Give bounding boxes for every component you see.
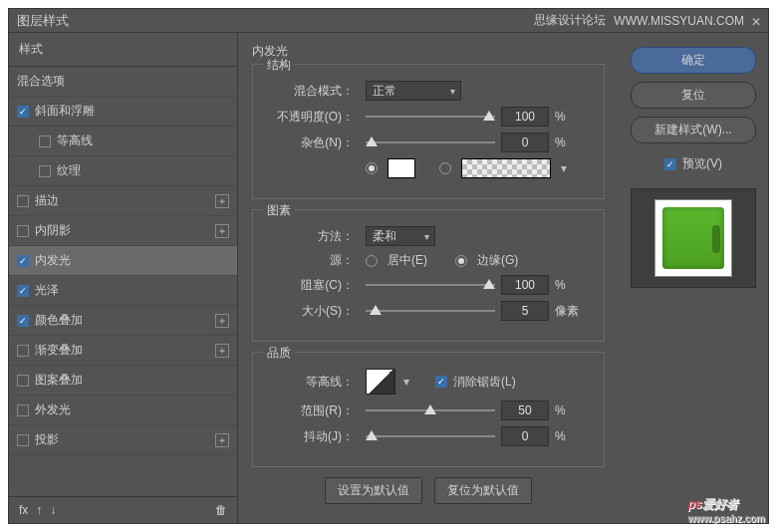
chevron-down-icon[interactable]: ▾	[403, 375, 409, 389]
size-input[interactable]	[501, 301, 549, 321]
preview-box	[631, 188, 756, 288]
gradient-radio[interactable]	[439, 162, 451, 174]
percent-unit: %	[555, 135, 585, 149]
sidebar-item[interactable]: 纹理	[9, 156, 237, 186]
sidebar-item-label: 内发光	[35, 252, 71, 269]
sidebar-item-label: 投影	[35, 431, 59, 448]
opacity-slider[interactable]	[366, 110, 495, 124]
source-center-radio[interactable]	[366, 255, 378, 267]
plus-icon[interactable]: ＋	[215, 433, 229, 447]
choke-input[interactable]	[501, 275, 549, 295]
watermark: ps爱好者 www.psahz.com	[688, 492, 765, 524]
jitter-label: 抖动(J)：	[265, 428, 360, 445]
sidebar-item[interactable]: 描边＋	[9, 186, 237, 216]
antialias-checkbox[interactable]: ✓	[435, 376, 447, 388]
reset-button[interactable]: 复位	[631, 82, 756, 109]
percent-unit: %	[555, 278, 585, 292]
sidebar-item-label: 内阴影	[35, 222, 71, 239]
sidebar-item[interactable]: 投影＋	[9, 425, 237, 455]
plus-icon[interactable]: ＋	[215, 344, 229, 358]
color-radio[interactable]	[366, 162, 378, 174]
sidebar-item-label: 纹理	[57, 162, 81, 179]
jitter-slider[interactable]	[366, 429, 495, 443]
sidebar-item[interactable]: ✓内发光	[9, 246, 237, 276]
dialog-body: 样式 混合选项 ✓斜面和浮雕等高线纹理描边＋内阴影＋✓内发光✓光泽✓颜色叠加＋渐…	[9, 33, 768, 523]
checkbox-icon[interactable]	[17, 195, 29, 207]
plus-icon[interactable]: ＋	[215, 314, 229, 328]
checkbox-icon[interactable]: ✓	[17, 285, 29, 297]
watermark-url: WWW.MISSYUAN.COM	[614, 14, 744, 28]
noise-slider[interactable]	[366, 135, 495, 149]
percent-unit: %	[555, 110, 585, 124]
sidebar-item[interactable]: 内阴影＋	[9, 216, 237, 246]
checkbox-icon[interactable]	[17, 404, 29, 416]
checkbox-icon[interactable]	[17, 434, 29, 446]
default-buttons: 设置为默认值 复位为默认值	[252, 477, 605, 504]
new-style-button[interactable]: 新建样式(W)...	[631, 117, 756, 143]
checkbox-icon[interactable]: ✓	[17, 315, 29, 327]
contour-picker[interactable]	[366, 369, 395, 395]
checkbox-icon[interactable]	[39, 165, 51, 177]
blend-mode-combo[interactable]: 正常	[366, 81, 461, 101]
plus-icon[interactable]: ＋	[215, 194, 229, 208]
sidebar-item[interactable]: 渐变叠加＋	[9, 336, 237, 366]
gradient-swatch[interactable]	[461, 158, 551, 178]
source-edge-label: 边缘(G)	[477, 252, 518, 269]
group-structure: 结构 混合模式： 正常 不透明度(O)： % 杂色(N)： %	[252, 64, 605, 199]
watermark-site: 思缘设计论坛	[534, 12, 606, 29]
make-default-button[interactable]: 设置为默认值	[325, 477, 422, 504]
range-input[interactable]	[501, 400, 549, 420]
sidebar-item-label: 光泽	[35, 282, 59, 299]
arrow-up-icon[interactable]: ↑	[36, 503, 42, 517]
source-label: 源：	[265, 252, 360, 269]
sidebar-header: 样式	[9, 33, 237, 67]
checkbox-icon[interactable]	[39, 135, 51, 147]
range-label: 范围(R)：	[265, 402, 360, 419]
dialog-title: 图层样式	[17, 12, 69, 30]
color-swatch[interactable]	[388, 158, 415, 178]
noise-input[interactable]	[501, 133, 549, 152]
close-icon[interactable]: ⨉	[752, 12, 760, 29]
checkbox-icon[interactable]	[17, 225, 29, 237]
sidebar-item[interactable]: 图案叠加	[9, 366, 237, 396]
sidebar: 样式 混合选项 ✓斜面和浮雕等高线纹理描边＋内阴影＋✓内发光✓光泽✓颜色叠加＋渐…	[9, 33, 238, 523]
plus-icon[interactable]: ＋	[215, 224, 229, 238]
titlebar-right: 思缘设计论坛 WWW.MISSYUAN.COM ⨉	[534, 12, 760, 29]
chevron-down-icon[interactable]: ▾	[561, 161, 567, 175]
sidebar-item[interactable]: 等高线	[9, 127, 237, 156]
ok-button[interactable]: 确定	[631, 47, 756, 74]
group-quality: 品质 等高线： ▾ ✓ 消除锯齿(L) 范围(R)： % 抖动(J)：	[252, 352, 605, 467]
preview-image	[654, 199, 732, 277]
trash-icon[interactable]: 🗑	[215, 503, 227, 517]
sidebar-item[interactable]: ✓颜色叠加＋	[9, 306, 237, 336]
preview-row: ✓ 预览(V)	[631, 155, 756, 172]
sidebar-item[interactable]: 外发光	[9, 396, 237, 425]
fx-icon[interactable]: fx	[19, 503, 28, 517]
jitter-input[interactable]	[501, 426, 549, 446]
arrow-down-icon[interactable]: ↓	[50, 503, 56, 517]
checkbox-icon[interactable]	[17, 375, 29, 387]
reset-default-button[interactable]: 复位为默认值	[434, 477, 532, 504]
checkbox-icon[interactable]: ✓	[17, 106, 29, 118]
sidebar-blend-options[interactable]: 混合选项	[9, 67, 237, 97]
preview-checkbox[interactable]: ✓	[664, 158, 676, 170]
sidebar-item-label: 渐变叠加	[35, 342, 83, 359]
sidebar-item[interactable]: ✓斜面和浮雕	[9, 97, 237, 127]
percent-unit: %	[555, 429, 585, 443]
method-combo[interactable]: 柔和	[366, 226, 435, 246]
sidebar-item[interactable]: ✓光泽	[9, 276, 237, 306]
noise-label: 杂色(N)：	[265, 134, 360, 151]
choke-slider[interactable]	[366, 278, 495, 292]
range-slider[interactable]	[366, 403, 495, 417]
checkbox-icon[interactable]: ✓	[17, 255, 29, 267]
group-structure-title: 结构	[263, 57, 295, 74]
pixels-unit: 像素	[555, 303, 585, 320]
blend-mode-label: 混合模式：	[265, 83, 360, 100]
source-edge-radio[interactable]	[455, 255, 467, 267]
contour-label: 等高线：	[265, 374, 360, 391]
size-label: 大小(S)：	[265, 303, 360, 320]
checkbox-icon[interactable]	[17, 345, 29, 357]
sidebar-item-label: 图案叠加	[35, 372, 83, 389]
size-slider[interactable]	[366, 304, 495, 318]
opacity-input[interactable]	[501, 107, 549, 127]
